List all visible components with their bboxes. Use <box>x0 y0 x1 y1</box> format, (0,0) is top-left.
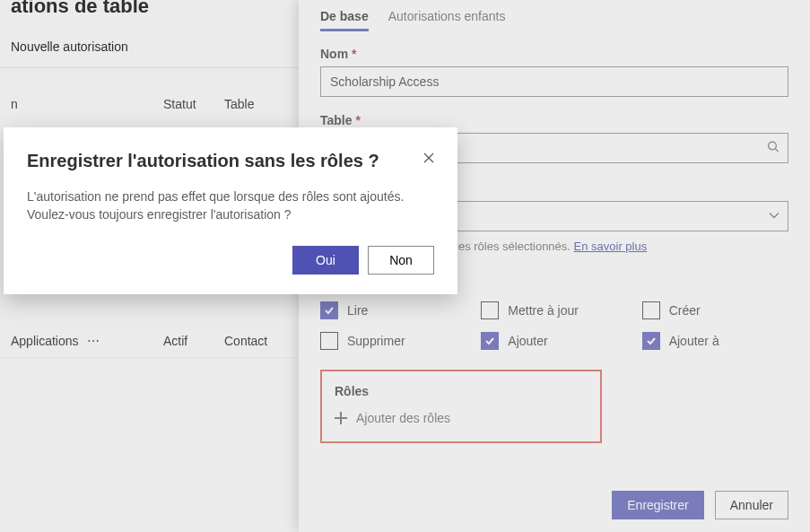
name-label: Nom * <box>320 47 788 61</box>
perm-create-checkbox[interactable]: Créer <box>642 301 788 319</box>
panel-tabs: De base Autorisations enfants <box>320 0 788 31</box>
dialog-no-button[interactable]: Non <box>368 246 434 275</box>
perm-update-checkbox[interactable]: Mettre à jour <box>481 301 627 319</box>
learn-more-link[interactable]: En savoir plus <box>574 240 648 253</box>
perm-update-label: Mettre à jour <box>508 303 579 318</box>
name-input[interactable] <box>320 66 788 97</box>
tab-basic[interactable]: De base <box>320 4 369 31</box>
confirm-dialog: Enregistrer l'autorisation sans les rôle… <box>4 127 457 294</box>
add-roles-button[interactable]: Ajouter des rôles <box>335 411 588 425</box>
perm-append-checkbox[interactable]: Ajouter <box>481 332 627 350</box>
panel-footer: Enregistrer Annuler <box>612 491 788 519</box>
dialog-title: Enregistrer l'autorisation sans les rôle… <box>27 151 434 171</box>
add-roles-label: Ajouter des rôles <box>356 411 450 425</box>
perm-appendto-checkbox[interactable]: Ajouter à <box>642 332 788 350</box>
dialog-body: L'autorisation ne prend pas effet que lo… <box>27 188 434 224</box>
save-button[interactable]: Enregistrer <box>612 491 703 519</box>
perm-read-label: Lire <box>347 303 368 318</box>
perm-delete-checkbox[interactable]: Supprimer <box>320 332 466 350</box>
perm-appendto-label: Ajouter à <box>669 334 719 348</box>
plus-icon <box>335 412 347 424</box>
roles-section: Rôles Ajouter des rôles <box>320 370 602 443</box>
roles-heading: Rôles <box>335 384 588 398</box>
perm-create-label: Créer <box>669 303 701 318</box>
cancel-button[interactable]: Annuler <box>715 491 788 519</box>
table-label: Table * <box>320 113 788 127</box>
dialog-yes-button[interactable]: Oui <box>292 246 359 275</box>
tab-child-permissions[interactable]: Autorisations enfants <box>388 4 506 31</box>
perm-delete-label: Supprimer <box>347 334 405 348</box>
perm-read-checkbox[interactable]: Lire <box>320 301 466 319</box>
perm-append-label: Ajouter <box>508 334 547 348</box>
close-icon <box>422 152 435 164</box>
dialog-close-button[interactable] <box>418 147 440 169</box>
